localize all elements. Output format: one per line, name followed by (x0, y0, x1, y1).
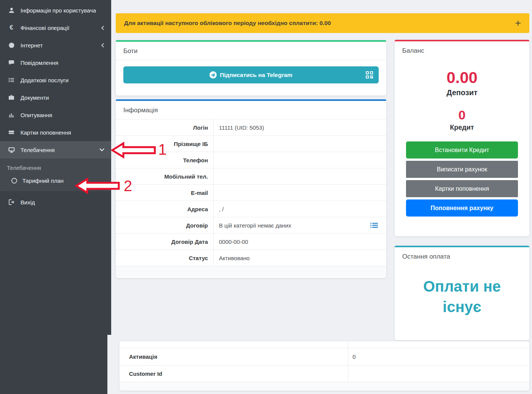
row-value: 0000-00-00 (214, 234, 386, 250)
sidebar-item-label: Телебачення (20, 147, 55, 153)
expand-plus-button[interactable]: + (515, 18, 521, 28)
chat-icon (7, 60, 16, 66)
telegram-icon (209, 71, 217, 78)
last-payment-title: Остання оплата (395, 247, 529, 265)
row-label: Адреса (116, 201, 214, 217)
row-label: Логін (116, 119, 214, 135)
table-row-contract: Договір В цій категорії немає даних (116, 217, 386, 234)
row-value (214, 168, 386, 184)
sidebar-item-label: Додаткові послуги (20, 77, 69, 83)
contract-empty-text: В цій категорії немає даних (219, 222, 291, 229)
sign-out-icon (7, 199, 16, 205)
details-table-card: Активація 0 Customer Id (120, 341, 529, 391)
row-label: Договір Дата (116, 234, 214, 250)
chevron-left-icon (101, 43, 104, 48)
annotation-number-1: 1 (158, 142, 167, 157)
balance-buttons: Встановити Кредит Виписати рахунок Картк… (406, 141, 518, 219)
row-value: 11111 (UID: 5053) (214, 119, 386, 135)
sidebar-item-logout[interactable]: Вихід (0, 193, 111, 211)
banner-text: Для активації наступного облікового пері… (124, 20, 331, 27)
submenu-header: Телебачення (0, 160, 111, 174)
row-value: 0 (348, 348, 529, 365)
sidebar-item-label: Картки поповнення (20, 129, 71, 136)
contract-list-icon[interactable] (370, 223, 378, 228)
row-label: Статус (116, 250, 214, 266)
sidebar-item-label: Повідомлення (20, 60, 58, 66)
balance-card-title: Баланс (395, 41, 529, 60)
sidebar-item-label: Інтернет (20, 42, 43, 49)
sidebar-item-messages[interactable]: Повідомлення (0, 54, 111, 71)
row-label (120, 341, 348, 348)
topup-cards-button[interactable]: Картки поповнення (406, 180, 518, 197)
table-row-customer-id: Customer Id (120, 365, 529, 382)
credit-value: 0 (395, 108, 529, 121)
row-label: Договір (116, 217, 214, 233)
sidebar-item-internet[interactable]: Інтернет (0, 36, 111, 54)
row-value (214, 185, 386, 201)
row-value (214, 136, 386, 152)
table-row-activation: Активація 0 (120, 348, 529, 365)
bots-card-title: Боти (116, 42, 386, 60)
telegram-subscribe-button[interactable]: Підписатись на Telegram (123, 66, 379, 83)
sidebar-item-topup-cards[interactable]: Картки поповнення (0, 124, 111, 141)
row-value (348, 366, 529, 382)
table-row-address: Адреса , / (116, 201, 386, 217)
chevron-left-icon (101, 25, 104, 30)
table-row-email: E-mail (116, 185, 386, 201)
row-value: , / (214, 201, 386, 217)
table-row-login: Логін 11111 (UID: 5053) (116, 119, 386, 136)
sidebar-scroll-track (107, 335, 111, 394)
table-row-partial (120, 341, 529, 348)
sidebar-item-label: Документи (20, 94, 49, 101)
row-value: В цій категорії немає даних (214, 217, 386, 233)
row-value (348, 341, 529, 348)
set-credit-button[interactable]: Встановити Кредит (406, 141, 518, 159)
issue-invoice-button[interactable]: Виписати рахунок (406, 161, 518, 178)
bots-card: Боти Підписатись на Telegram (116, 40, 386, 96)
table-row-contract-date: Договір Дата 0000-00-00 (116, 234, 386, 250)
info-card-title: Інформація (116, 101, 386, 119)
annotation-arrow-2 (75, 177, 120, 194)
table-row-mobile: Мобільний тел. (116, 168, 386, 185)
credit-card-icon (7, 129, 16, 135)
no-payment-message: Оплати не існує (395, 276, 529, 317)
chevron-down-icon (99, 148, 104, 152)
annotation-arrow-1 (111, 142, 156, 159)
sidebar-item-label: Інформація про користувача (20, 7, 96, 14)
sidebar: Інформація про користувача € Фінансові о… (0, 0, 111, 394)
table-footer (120, 382, 529, 391)
poll-chart-icon (7, 112, 16, 118)
credit-label: Кредит (395, 124, 529, 132)
sidebar-item-label: Опитування (20, 112, 52, 118)
circle-outline-icon (11, 178, 17, 184)
sidebar-item-label: Вихід (20, 199, 35, 206)
annotation-number-2: 2 (124, 178, 132, 193)
last-payment-card: Остання оплата Оплати не існує (395, 246, 529, 340)
circle-icon (7, 42, 16, 48)
qrcode-icon[interactable] (366, 71, 373, 78)
row-value (214, 152, 386, 168)
account-topup-button[interactable]: Поповнення рахунку (406, 199, 518, 217)
sidebar-item-label: Фінансові операції (20, 25, 69, 31)
euro-icon: € (7, 24, 16, 31)
sidebar-item-finance[interactable]: € Фінансові операції (0, 19, 111, 36)
list-icon (7, 77, 16, 83)
balance-card: Баланс 0.00 Депозит 0 Кредит Встановити … (395, 40, 529, 236)
telegram-button-label: Підписатись на Telegram (220, 72, 292, 78)
payment-alert-banner: Для активації наступного облікового пері… (116, 13, 529, 33)
sidebar-item-documents[interactable]: Документи (0, 89, 111, 106)
table-footer (116, 266, 386, 277)
info-card: Інформація Логін 11111 (UID: 5053) Прізв… (116, 99, 386, 278)
row-value: Активовано (214, 250, 386, 266)
sidebar-item-extra-services[interactable]: Додаткові послуги (0, 71, 111, 89)
tv-icon (7, 147, 16, 153)
briefcase-icon (7, 94, 16, 100)
sidebar-item-user-info[interactable]: Інформація про користувача (0, 2, 111, 19)
row-label: Customer Id (120, 366, 348, 382)
sidebar-item-surveys[interactable]: Опитування (0, 106, 111, 124)
sidebar-item-tv[interactable]: Телебачення (0, 141, 111, 159)
page: Інформація про користувача € Фінансові о… (0, 0, 532, 394)
submenu-item-label: Тарифний план (22, 177, 64, 184)
table-row-status: Статус Активовано (116, 250, 386, 266)
deposit-value: 0.00 (395, 69, 529, 86)
